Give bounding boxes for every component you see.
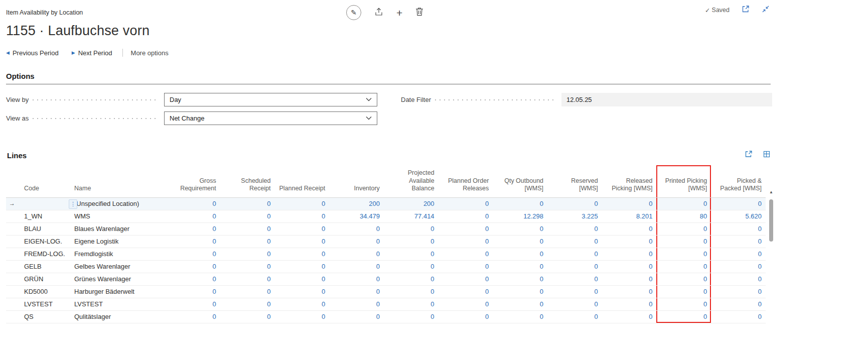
value-cell[interactable]: 0 — [547, 197, 602, 210]
value-cell[interactable]: 0 — [384, 273, 439, 285]
value-cell[interactable]: 0 — [547, 235, 602, 248]
value-cell[interactable]: 77.414 — [384, 210, 439, 222]
value-cell[interactable]: 12.298 — [493, 210, 547, 222]
name-cell[interactable]: Harburger Bäderwelt — [70, 285, 166, 298]
value-cell[interactable]: 0 — [384, 298, 439, 310]
value-cell[interactable]: 0 — [220, 260, 275, 273]
more-options-button[interactable]: More options — [131, 49, 169, 57]
code-cell[interactable]: FREMD-LOG. — [20, 248, 70, 260]
value-cell[interactable]: 0 — [711, 285, 766, 298]
value-cell[interactable]: 0 — [547, 298, 602, 310]
code-cell[interactable]: KD5000 — [20, 285, 70, 298]
value-cell[interactable]: 0 — [711, 222, 766, 235]
name-cell[interactable]: Fremdlogistik — [70, 248, 166, 260]
value-cell[interactable]: 0 — [220, 197, 275, 210]
value-cell[interactable]: 0 — [384, 260, 439, 273]
value-cell[interactable]: 0 — [493, 197, 547, 210]
value-cell[interactable]: 0 — [493, 248, 547, 260]
value-cell[interactable]: 0 — [711, 235, 766, 248]
table-row[interactable]: KD5000Harburger Bäderwelt00000000000 — [6, 285, 766, 298]
code-cell[interactable]: QS — [20, 310, 70, 323]
value-cell[interactable]: 0 — [439, 310, 493, 323]
value-cell[interactable]: 0 — [656, 310, 711, 323]
value-cell[interactable]: 0 — [274, 248, 329, 260]
value-cell[interactable]: 0 — [166, 260, 220, 273]
value-cell[interactable]: 0 — [384, 235, 439, 248]
name-cell[interactable]: Eigene Logistik — [70, 235, 166, 248]
collapse-button[interactable] — [762, 5, 770, 15]
name-cell[interactable]: (Unspecified Location) — [70, 197, 166, 210]
delete-button[interactable] — [415, 7, 423, 18]
value-cell[interactable]: 0 — [656, 222, 711, 235]
value-cell[interactable]: 5.620 — [711, 210, 766, 222]
value-cell[interactable]: 0 — [274, 197, 329, 210]
value-cell[interactable]: 0 — [439, 260, 493, 273]
vertical-scrollbar[interactable]: ▲ — [768, 190, 775, 323]
table-row[interactable]: GRÜNGrünes Warenlager00000000000 — [6, 273, 766, 285]
open-in-excel-button[interactable] — [763, 150, 771, 160]
scroll-up-button[interactable]: ▲ — [768, 190, 775, 197]
table-row[interactable]: FREMD-LOG.Fremdlogistik00000000000 — [6, 248, 766, 260]
table-row[interactable]: LVSTESTLVSTEST00000000000 — [6, 298, 766, 310]
column-header[interactable]: Scheduled Receipt — [220, 165, 275, 197]
value-cell[interactable]: 0 — [439, 210, 493, 222]
value-cell[interactable]: 0 — [439, 197, 493, 210]
value-cell[interactable]: 0 — [711, 248, 766, 260]
value-cell[interactable]: 0 — [384, 248, 439, 260]
table-row[interactable]: 1_WNWMS00034.47977.414012.2983.2258.2018… — [6, 210, 766, 222]
column-header[interactable]: Name — [70, 165, 166, 197]
table-row[interactable]: →⋮(Unspecified Location)000200200000000 — [6, 197, 766, 210]
value-cell[interactable]: 0 — [439, 248, 493, 260]
column-header[interactable]: Reserved [WMS] — [547, 165, 602, 197]
value-cell[interactable]: 0 — [329, 235, 384, 248]
value-cell[interactable]: 0 — [166, 197, 220, 210]
value-cell[interactable]: 0 — [329, 310, 384, 323]
value-cell[interactable]: 0 — [439, 285, 493, 298]
value-cell[interactable]: 0 — [547, 222, 602, 235]
value-cell[interactable]: 0 — [711, 273, 766, 285]
value-cell[interactable]: 0 — [547, 273, 602, 285]
code-cell[interactable]: EIGEN-LOG. — [20, 235, 70, 248]
value-cell[interactable]: 0 — [384, 310, 439, 323]
code-cell[interactable]: 1_WN — [20, 210, 70, 222]
value-cell[interactable]: 0 — [274, 273, 329, 285]
value-cell[interactable]: 0 — [220, 298, 275, 310]
value-cell[interactable]: 0 — [439, 298, 493, 310]
value-cell[interactable]: 0 — [711, 298, 766, 310]
value-cell[interactable]: 0 — [220, 285, 275, 298]
value-cell[interactable]: 0 — [274, 310, 329, 323]
value-cell[interactable]: 0 — [329, 260, 384, 273]
name-cell[interactable]: LVSTEST — [70, 298, 166, 310]
value-cell[interactable]: 0 — [602, 248, 657, 260]
name-cell[interactable]: Grünes Warenlager — [70, 273, 166, 285]
value-cell[interactable]: 0 — [493, 310, 547, 323]
value-cell[interactable]: 0 — [602, 298, 657, 310]
value-cell[interactable]: 0 — [220, 273, 275, 285]
name-cell[interactable]: Blaues Warenlager — [70, 222, 166, 235]
value-cell[interactable]: 0 — [602, 197, 657, 210]
previous-period-button[interactable]: ◀ Previous Period — [6, 49, 59, 57]
date-filter-input[interactable]: 12.05.25 — [561, 93, 772, 106]
table-row[interactable]: EIGEN-LOG.Eigene Logistik00000000000 — [6, 235, 766, 248]
value-cell[interactable]: 0 — [493, 285, 547, 298]
value-cell[interactable]: 0 — [656, 197, 711, 210]
value-cell[interactable]: 0 — [602, 273, 657, 285]
code-cell[interactable]: GELB — [20, 260, 70, 273]
code-cell[interactable]: BLAU — [20, 222, 70, 235]
row-options-button[interactable]: ⋮ — [69, 199, 77, 209]
scrollbar-thumb[interactable] — [769, 199, 773, 242]
column-header[interactable]: Code — [20, 165, 70, 197]
value-cell[interactable]: 0 — [439, 222, 493, 235]
value-cell[interactable]: 0 — [602, 310, 657, 323]
value-cell[interactable]: 0 — [493, 260, 547, 273]
column-header[interactable]: Gross Requirement — [166, 165, 220, 197]
value-cell[interactable]: 0 — [656, 248, 711, 260]
value-cell[interactable]: 0 — [274, 210, 329, 222]
value-cell[interactable]: 0 — [493, 298, 547, 310]
code-cell[interactable]: GRÜN — [20, 273, 70, 285]
value-cell[interactable]: 0 — [166, 222, 220, 235]
column-header[interactable]: Qty Outbound [WMS] — [493, 165, 547, 197]
name-cell[interactable]: WMS — [70, 210, 166, 222]
value-cell[interactable]: 0 — [656, 273, 711, 285]
value-cell[interactable]: 0 — [711, 310, 766, 323]
